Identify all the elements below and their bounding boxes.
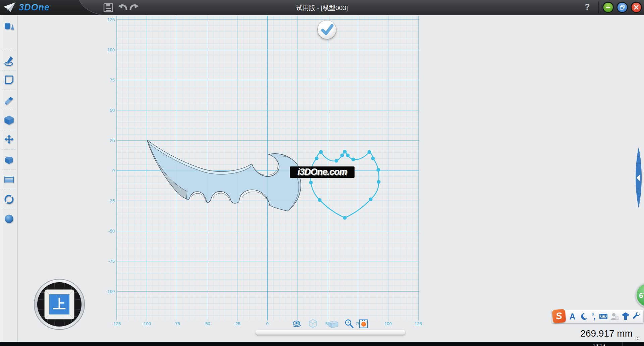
spline-control-points[interactable] bbox=[309, 150, 381, 220]
render-tick bbox=[362, 320, 363, 321]
fullwidth-moon-icon bbox=[580, 312, 588, 320]
wireframe-cube-icon[interactable] bbox=[309, 319, 317, 328]
spinner-up-icon bbox=[636, 337, 639, 338]
fullwidth-toggle-button[interactable] bbox=[579, 311, 588, 322]
minimize-button[interactable] bbox=[603, 3, 613, 12]
performance-badge[interactable]: 67 bbox=[636, 283, 644, 307]
toolbox-button[interactable] bbox=[632, 311, 642, 322]
panel-collapse-tab[interactable] bbox=[635, 147, 642, 208]
taskbar-divider bbox=[622, 342, 623, 346]
spinner-down-icon bbox=[636, 339, 639, 340]
solid-cube-icon[interactable] bbox=[4, 114, 14, 126]
sidebar-separator bbox=[2, 149, 15, 150]
view-cube-graphic bbox=[32, 277, 87, 332]
x-axis-tick: -75 bbox=[167, 321, 187, 326]
y-axis-tick: 50 bbox=[95, 108, 115, 113]
os-taskbar: 13:13 bbox=[0, 342, 644, 346]
sidebar-separator bbox=[2, 130, 15, 130]
surface-sheet-icon[interactable] bbox=[4, 74, 14, 86]
ring-circle-icon[interactable] bbox=[4, 194, 14, 205]
taskbar-clock: 13:13 bbox=[593, 342, 605, 346]
title-bar: 3DOne 试用版 - [模型003] ? bbox=[0, 0, 644, 15]
language-mode-letter: A bbox=[570, 312, 576, 322]
skin-button[interactable] bbox=[621, 311, 630, 322]
window-title: 试用版 - [模型003] bbox=[0, 4, 644, 12]
toolbox-wrench-icon bbox=[633, 312, 641, 320]
close-button[interactable] bbox=[632, 3, 641, 12]
y-axis-tick: 75 bbox=[95, 78, 115, 83]
view-dock-bar bbox=[256, 330, 405, 335]
render-tick bbox=[364, 320, 365, 321]
y-axis-tick: 125 bbox=[95, 17, 115, 22]
zoom-magnifier-icon[interactable] bbox=[344, 319, 354, 329]
measurement-spinner[interactable] bbox=[635, 336, 640, 341]
sidebar-separator bbox=[2, 209, 15, 209]
soft-keyboard-button[interactable] bbox=[598, 311, 608, 322]
tool-sidebar bbox=[0, 15, 18, 342]
sidebar-separator bbox=[2, 51, 15, 51]
account-button[interactable] bbox=[609, 311, 619, 322]
sidebar-separator bbox=[2, 90, 15, 90]
blade-sketch-shape[interactable] bbox=[144, 138, 305, 218]
restore-button[interactable] bbox=[618, 3, 627, 12]
sidebar-separator bbox=[2, 189, 15, 189]
y-axis-tick: 25 bbox=[95, 138, 115, 143]
language-mode-button[interactable]: A bbox=[568, 311, 577, 322]
visibility-eye-icon[interactable] bbox=[292, 320, 302, 328]
watermark: i3DOne.com bbox=[290, 166, 355, 178]
account-person-icon bbox=[610, 312, 619, 320]
punctuation-icon: ’, bbox=[592, 312, 595, 321]
y-axis-tick: 0 bbox=[95, 168, 115, 173]
measurement-input[interactable]: 269.917 mm bbox=[523, 328, 633, 339]
x-axis-tick: -50 bbox=[197, 321, 217, 326]
minus-icon bbox=[605, 5, 611, 10]
sidebar-separator bbox=[2, 169, 15, 170]
x-axis-tick: 100 bbox=[378, 321, 398, 326]
sidebar-separator bbox=[2, 70, 15, 70]
help-button[interactable]: ? bbox=[582, 2, 592, 12]
ime-toolbar: S A ’, bbox=[552, 310, 644, 323]
move-cross-icon[interactable] bbox=[4, 134, 14, 145]
x-axis-tick: -125 bbox=[106, 321, 126, 326]
sketch-pencil-icon[interactable] bbox=[4, 55, 14, 67]
titlebar-divider bbox=[598, 1, 599, 13]
render-blob bbox=[361, 322, 366, 327]
checkmark-icon bbox=[318, 20, 336, 39]
performance-badge-value: 67 bbox=[639, 291, 644, 300]
restore-icon bbox=[619, 4, 626, 11]
x-axis-tick: -100 bbox=[137, 321, 157, 326]
solid-box-icon[interactable] bbox=[326, 319, 339, 329]
measure-icon[interactable] bbox=[4, 174, 14, 185]
sogou-logo[interactable]: S bbox=[552, 309, 566, 323]
punctuation-button[interactable]: ’, bbox=[590, 311, 597, 322]
y-axis-tick: 100 bbox=[95, 47, 115, 52]
y-axis-tick: -50 bbox=[95, 229, 115, 234]
combine-box-icon[interactable] bbox=[4, 154, 14, 165]
soft-keyboard-icon bbox=[599, 313, 608, 320]
y-axis-tick: -25 bbox=[95, 198, 115, 203]
close-icon bbox=[634, 5, 639, 10]
skin-shirt-icon bbox=[621, 312, 630, 320]
x-axis-tick: -25 bbox=[227, 321, 247, 326]
y-axis-tick: -100 bbox=[95, 289, 115, 294]
material-sphere-icon[interactable] bbox=[4, 213, 14, 225]
view-cube-navigator[interactable]: 上 bbox=[32, 277, 87, 332]
render-frame-icon[interactable] bbox=[359, 319, 368, 328]
y-axis-tick: -75 bbox=[95, 259, 115, 264]
x-axis-tick: 0 bbox=[257, 321, 277, 326]
spline-shield-curve[interactable] bbox=[305, 146, 386, 223]
primitives-icon[interactable] bbox=[4, 20, 14, 32]
x-axis-tick: 125 bbox=[408, 321, 428, 326]
trim-eraser-icon[interactable] bbox=[4, 94, 14, 106]
app-window: 3DOne 试用版 - [模型003] ? bbox=[0, 0, 644, 346]
sidebar-separator bbox=[2, 110, 15, 110]
confirm-check-button[interactable] bbox=[318, 20, 336, 39]
